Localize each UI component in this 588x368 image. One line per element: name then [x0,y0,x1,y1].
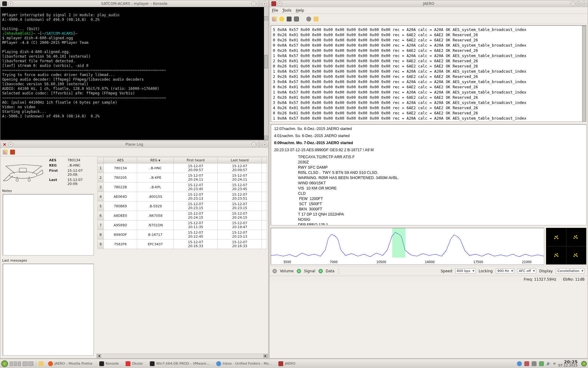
table-row[interactable]: 88990DFB-1671715-12-0720:22:4515-12-0720… [98,230,267,240]
taskbar[interactable]: JAERO – Mozilla FirefoxKonsoleOkularWin7… [0,359,588,368]
notes-label: Notes [0,188,96,194]
message-log[interactable]: 12:07nachm. So. 6-Dez.-2015 JAERO starte… [271,124,586,225]
tray-network-icon[interactable]: ≡ [553,362,556,366]
app-icon [278,361,283,366]
taskbar-item-label: JAERO [285,362,295,366]
scrollbar[interactable] [582,26,586,121]
pin-button[interactable]: • [8,142,13,147]
pager[interactable] [23,362,33,366]
table-row[interactable]: 378022B..B-KPL15-12-0720:23:4515-12-0720… [98,182,267,192]
terminal-output[interactable]: MPlayer interrupted by signal 2 in modul… [0,7,268,140]
duck-icon[interactable] [279,17,284,21]
pin-button[interactable]: • [277,1,282,6]
notes-field[interactable] [3,194,94,255]
taskbar-item[interactable]: JAERO [276,360,298,367]
display-select[interactable]: Constellation [556,268,585,274]
constellation-display[interactable] [546,228,586,265]
svg-point-22 [556,253,558,255]
show-desktop[interactable] [581,361,587,366]
afc-select[interactable]: AFC off [517,268,536,274]
log-line: 12:07nachm. So. 6-Dez.-2015 JAERO starte… [274,126,583,132]
svg-point-3 [28,179,30,182]
close-icon[interactable] [2,142,7,147]
menu-tools[interactable]: Tools [282,8,292,13]
binoculars-icon[interactable] [287,17,292,21]
table-row[interactable]: 97582F8EPC343715-12-0720:16:3315-12-0720… [98,240,267,249]
table-icon[interactable] [294,17,299,21]
planes-table[interactable]: AES REG ▼ First heard Last heard 1780134… [97,157,267,249]
taskbar-item-label: Konsole [106,362,119,366]
plane-icon[interactable] [10,150,15,155]
jaero-titlebar[interactable]: • JAERO – ◻ × [270,0,588,7]
lastmsg-field[interactable] [3,264,94,356]
taskbar-item[interactable]: Win7-X64-DE-PROD – VMware... [147,360,212,367]
menu-file[interactable]: File [272,8,278,13]
scroll-up[interactable] [264,16,268,21]
table-row[interactable]: 5780B69.B-592915-12-0720:23:1515-12-0720… [98,201,267,211]
taskbar-item[interactable]: Inbox - Unified Folders - Mo... [213,360,275,367]
svg-point-24 [574,254,575,255]
taskbar-item[interactable]: JAERO – Mozilla Firefox [45,360,95,367]
spectrum-display[interactable]: 3500700010500140001750021000 [271,228,544,265]
clock[interactable]: 20:25 07.12.2015 [558,360,579,367]
table-row[interactable]: 2780205..B-KPE15-12-0720:24:1115-12-0720… [98,173,267,182]
speed-select[interactable]: 600 bps [455,268,476,274]
app-icon [126,361,130,366]
svg-point-15 [576,238,578,239]
folder-icon[interactable] [314,17,318,21]
taskbar-item-label: Inbox - Unified Folders - Mo... [223,362,272,366]
table-hscroll[interactable]: ◀ ▶ [96,354,268,358]
col-reg[interactable]: REG ▼ [137,157,173,163]
hex-log[interactable]: 5 0x0A 0x57 0x00 0x00 0x00 0x00 0x00 0x0… [271,25,586,122]
scroll-thumb[interactable] [582,26,586,121]
log-line-bold: 8:09nachm. Mo. 7-Dez.-2015 JAERO started [274,140,583,146]
locking-select[interactable]: 900 Hz [496,268,514,274]
clock-date: 07.12.2015 [558,364,578,367]
taskbar-item[interactable]: Konsole [96,360,122,367]
broom-icon[interactable] [272,17,277,21]
tray-volume-icon[interactable]: 🔊 [546,362,551,366]
activity-icon[interactable] [10,362,21,366]
svg-point-27 [576,253,577,255]
clean-icon[interactable] [3,150,8,155]
spectrum-ticks: 3500700010500140001750021000 [271,260,544,264]
scroll-left[interactable]: ◀ [97,354,101,358]
minimize-button[interactable]: – [571,1,575,6]
col-first[interactable]: First heard [174,157,218,163]
scroll-right[interactable]: ▶ [263,354,268,358]
maximize-button[interactable]: ◻ [576,1,581,6]
minimize-button[interactable]: – [251,142,256,147]
tray-icon[interactable] [532,361,537,366]
table-row[interactable]: 1780134..B-HNC15-12-0720:09:5715-12-0720… [98,163,267,173]
start-button[interactable] [1,360,8,367]
tray-icon[interactable] [517,361,522,366]
close-button[interactable]: × [262,1,267,6]
pin-button[interactable]: • [8,1,13,6]
col-rownum[interactable] [98,157,104,163]
table-row[interactable]: 4AE064D.80015S15-12-0720:23:1315-12-0720… [98,192,267,201]
minimize-button[interactable]: – [251,1,256,6]
col-aes[interactable]: AES [104,157,137,163]
konsole-titlebar[interactable]: • SATCOM-ACARS : mplayer – Konsole – ◻ × [0,0,268,7]
svg-point-26 [574,256,575,257]
svg-point-8 [556,237,557,238]
table-row[interactable]: 7A9589D.N701DN15-12-0720:11:3515-12-0720… [98,220,267,230]
scroll-down[interactable] [264,136,268,140]
tray-icon[interactable] [524,361,529,366]
close-button[interactable]: × [262,142,267,147]
col-last[interactable]: Last heard [218,157,262,163]
planelog-titlebar[interactable]: • Plane Log – ◻ × [0,141,268,148]
table-row[interactable]: 6A8DEE0.N6705815-12-0720:24:1515-12-0720… [98,211,267,220]
close-button[interactable]: × [582,1,586,6]
menu-help[interactable]: Help [296,8,304,13]
tray-icon[interactable] [539,361,544,366]
jaero-statusbar: Freq: 11327.59Hz EbNo: 11dB [270,276,588,282]
gear-icon[interactable] [306,17,311,21]
maximize-button[interactable]: ◻ [257,142,262,147]
maximize-button[interactable]: ◻ [257,1,262,6]
taskbar-item[interactable]: Okular [123,360,146,367]
scrollbar[interactable] [264,7,268,140]
quick-files-icon[interactable] [39,361,43,366]
display-label: Display [539,269,553,273]
scroll-thumb[interactable] [264,55,268,68]
